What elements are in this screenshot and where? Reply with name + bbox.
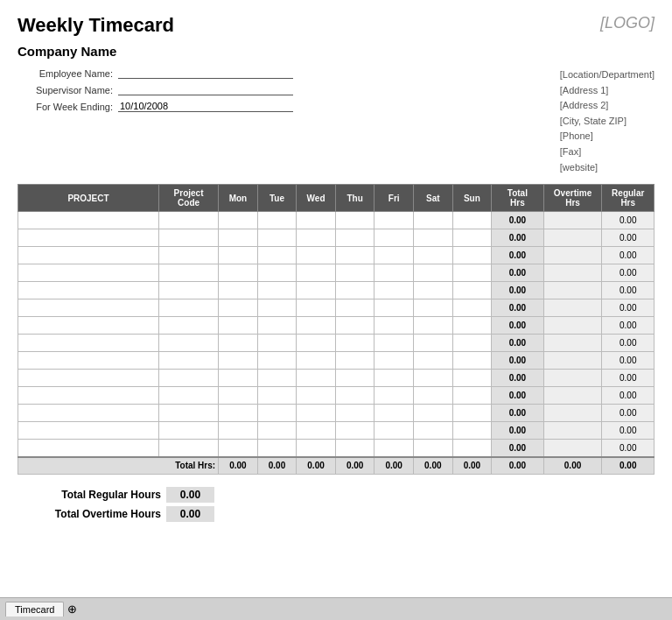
- table-row[interactable]: 0.000.00: [18, 422, 654, 440]
- timecard-tab[interactable]: Timecard: [5, 602, 64, 616]
- table-row[interactable]: 0.000.00: [18, 370, 654, 387]
- supervisor-label: Supervisor Name:: [18, 85, 118, 95]
- form-fields: Employee Name: Supervisor Name: For Week…: [18, 67, 534, 175]
- table-row[interactable]: 0.000.00: [18, 264, 654, 282]
- table-row[interactable]: 0.000.00: [18, 405, 654, 422]
- add-sheet-icon[interactable]: ⊕: [67, 602, 77, 616]
- table-row[interactable]: 0.000.00: [18, 299, 654, 317]
- table-row[interactable]: 0.000.00: [18, 352, 654, 370]
- page-title: Weekly Timecard: [18, 14, 174, 37]
- regular-hours-value: 0.00: [166, 487, 214, 503]
- timecard-table: PROJECT ProjectCode Mon Tue Wed Thu Fri …: [18, 184, 654, 475]
- table-row[interactable]: 0.000.00: [18, 212, 654, 229]
- table-row[interactable]: 0.000.00: [18, 335, 654, 352]
- col-overtime: OvertimeHrs: [543, 185, 602, 212]
- col-mon: Mon: [219, 185, 258, 212]
- col-project: PROJECT: [18, 185, 159, 212]
- employee-label: Employee Name:: [18, 68, 118, 79]
- table-row[interactable]: 0.000.00: [18, 282, 654, 299]
- overtime-hours-label: Total Overtime Hours: [18, 508, 166, 520]
- col-sun: Sun: [452, 185, 492, 212]
- overtime-hours-value: 0.00: [166, 506, 214, 522]
- col-total: TotalHrs: [492, 185, 543, 212]
- address-location: [Location/Department]: [560, 67, 654, 83]
- address-fax: [Fax]: [560, 144, 654, 160]
- logo: [LOGO]: [600, 14, 654, 32]
- col-regular: RegularHrs: [602, 185, 654, 212]
- address-line2: [Address 2]: [560, 98, 654, 114]
- col-tue: Tue: [257, 185, 297, 212]
- table-row[interactable]: 0.000.00: [18, 247, 654, 264]
- col-fri: Fri: [374, 185, 414, 212]
- col-thu: Thu: [335, 185, 374, 212]
- col-wed: Wed: [297, 185, 336, 212]
- address-block: [Location/Department] [Address 1] [Addre…: [534, 67, 654, 175]
- table-row[interactable]: 0.000.00: [18, 387, 654, 405]
- address-city: [City, State ZIP]: [560, 114, 654, 130]
- totals-row: Total Hrs:0.000.000.000.000.000.000.000.…: [18, 457, 654, 475]
- table-row[interactable]: 0.000.00: [18, 317, 654, 335]
- regular-hours-label: Total Regular Hours: [18, 489, 166, 501]
- col-code: ProjectCode: [159, 185, 219, 212]
- address-website: [website]: [560, 160, 654, 176]
- address-phone: [Phone]: [560, 129, 654, 144]
- col-sat: Sat: [414, 185, 453, 212]
- address-line1: [Address 1]: [560, 83, 654, 99]
- employee-input[interactable]: [118, 67, 293, 79]
- table-row[interactable]: 0.000.00: [18, 229, 654, 247]
- tab-bar: Timecard ⊕: [0, 597, 672, 620]
- summary-section: Total Regular Hours 0.00 Total Overtime …: [18, 487, 654, 522]
- supervisor-input[interactable]: [118, 84, 293, 95]
- company-name: Company Name: [18, 44, 654, 59]
- table-row[interactable]: 0.000.00: [18, 440, 654, 457]
- week-label: For Week Ending:: [18, 102, 118, 112]
- week-input[interactable]: [118, 101, 293, 112]
